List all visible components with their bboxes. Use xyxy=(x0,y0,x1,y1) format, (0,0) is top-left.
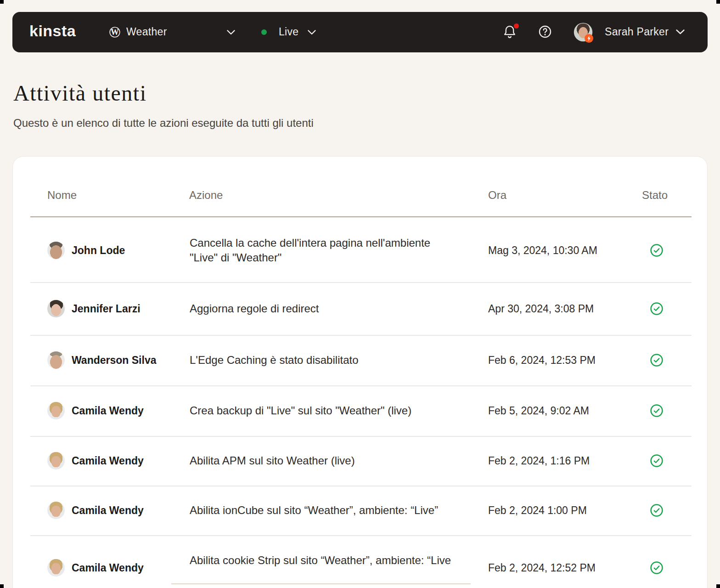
svg-text:W: W xyxy=(111,28,119,37)
